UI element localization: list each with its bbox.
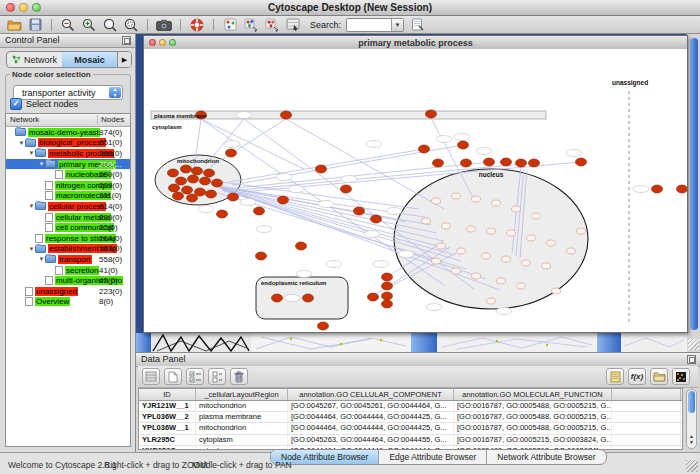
graph-node-nucleus[interactable] bbox=[432, 198, 441, 204]
advanced-search-button[interactable] bbox=[409, 17, 425, 32]
table-scrollbar[interactable]: ▲▼ bbox=[686, 389, 697, 449]
unselect-attributes-button[interactable] bbox=[208, 368, 226, 385]
tree-row[interactable]: ▼transport558(0) bbox=[6, 254, 130, 265]
graph-node[interactable] bbox=[529, 159, 540, 167]
column-header[interactable]: _cellularLayoutRegion bbox=[196, 389, 288, 400]
graph-node[interactable] bbox=[461, 159, 472, 167]
graph-node-nucleus[interactable] bbox=[457, 248, 466, 254]
tree-row[interactable]: nitrogen compo209(0) bbox=[6, 180, 130, 191]
resize-grip[interactable] bbox=[686, 460, 698, 472]
graph-node-nucleus[interactable] bbox=[497, 278, 506, 284]
graph-node[interactable] bbox=[341, 185, 352, 193]
select-attributes-button[interactable] bbox=[186, 368, 204, 385]
tree-row[interactable]: Overview8(0) bbox=[6, 297, 130, 308]
graph-node[interactable] bbox=[212, 179, 223, 187]
graph-node[interactable] bbox=[296, 242, 307, 250]
graph-node[interactable] bbox=[484, 158, 495, 166]
tab-network[interactable]: Network bbox=[7, 52, 62, 67]
new-attribute-button[interactable] bbox=[164, 368, 182, 385]
tab-edge-attribute-browser[interactable]: Edge Attribute Browser bbox=[379, 450, 487, 464]
graph-node[interactable] bbox=[419, 145, 430, 153]
scrollbar-arrows-icon[interactable]: ▲▼ bbox=[687, 433, 696, 447]
table-row[interactable]: YPL036W__1mitochondrion[GO:0044464, GO:0… bbox=[139, 423, 682, 434]
search-input[interactable]: ▼ bbox=[346, 18, 404, 32]
layout-grid-button[interactable] bbox=[285, 17, 301, 32]
disclosure-triangle-icon[interactable]: ▼ bbox=[28, 150, 35, 156]
table-row[interactable]: YPL036W__2plasma membrane[GO:0044464, GO… bbox=[139, 412, 682, 423]
graph-node[interactable] bbox=[354, 207, 365, 215]
graph-node-nucleus[interactable] bbox=[512, 206, 521, 212]
disclosure-triangle-icon[interactable]: ▼ bbox=[28, 203, 35, 209]
graph-node[interactable] bbox=[368, 293, 379, 301]
tab-network-attribute-browser[interactable]: Network Attribute Browser bbox=[487, 450, 605, 464]
graph-node[interactable] bbox=[501, 158, 512, 166]
graph-node-nucleus[interactable] bbox=[542, 263, 551, 269]
network-tree-header[interactable]: Network Nodes bbox=[6, 114, 130, 127]
graph-node[interactable] bbox=[192, 167, 203, 175]
graph-node-nucleus[interactable] bbox=[547, 240, 556, 246]
vizmapper-button[interactable] bbox=[243, 17, 259, 32]
graph-node[interactable] bbox=[382, 292, 393, 300]
graph-node[interactable] bbox=[652, 185, 663, 193]
graph-node[interactable] bbox=[281, 111, 292, 119]
graph-node[interactable] bbox=[181, 165, 192, 173]
graph-node[interactable] bbox=[200, 177, 211, 185]
graph-node[interactable] bbox=[226, 149, 237, 157]
graph-node-nucleus[interactable] bbox=[532, 213, 541, 219]
help-button[interactable] bbox=[189, 17, 205, 32]
graph-node[interactable] bbox=[228, 193, 239, 201]
import-attributes-button[interactable] bbox=[650, 368, 668, 385]
graph-node[interactable] bbox=[318, 322, 329, 330]
graph-node[interactable] bbox=[303, 294, 314, 302]
graph-node[interactable] bbox=[382, 282, 393, 290]
graph-node[interactable] bbox=[206, 190, 217, 198]
tree-row[interactable]: unassigned223(0) bbox=[6, 286, 130, 297]
tree-row[interactable]: ▼biological_process651(0) bbox=[6, 138, 130, 149]
float-panel-icon[interactable] bbox=[122, 36, 131, 45]
graph-node-nucleus[interactable] bbox=[422, 218, 431, 224]
tree-row[interactable]: ▼primary metabo209(... bbox=[6, 159, 130, 170]
zoom-out-button[interactable] bbox=[60, 17, 76, 32]
graph-node-nucleus[interactable] bbox=[502, 256, 511, 262]
column-header[interactable]: annotation.GO CELLULAR_COMPONENT bbox=[288, 389, 454, 400]
delete-attribute-button[interactable] bbox=[230, 368, 248, 385]
graph-node-nucleus[interactable] bbox=[487, 298, 496, 304]
tree-row[interactable]: response to stimulu264(0) bbox=[6, 233, 130, 244]
zoom-fit-button[interactable] bbox=[102, 17, 118, 32]
select-nodes-checkbox[interactable]: ✓ bbox=[10, 98, 22, 110]
tree-row[interactable]: macromolecule311(0) bbox=[6, 191, 130, 202]
graph-node-nucleus[interactable] bbox=[487, 228, 496, 234]
graph-node-nucleus[interactable] bbox=[567, 248, 576, 254]
graph-node[interactable] bbox=[316, 165, 327, 173]
search-dropdown-arrow-icon[interactable]: ▼ bbox=[391, 19, 403, 31]
graph-node[interactable] bbox=[433, 159, 444, 167]
tree-row[interactable]: ▼establishment of lo558(0) bbox=[6, 244, 130, 255]
select-stepper-icon[interactable]: ▲▼ bbox=[109, 87, 121, 98]
graph-node-nucleus[interactable] bbox=[472, 273, 481, 279]
filter-builder-button[interactable] bbox=[264, 17, 280, 32]
attribute-table-button[interactable] bbox=[142, 368, 160, 385]
disclosure-triangle-icon[interactable]: ▼ bbox=[18, 140, 25, 146]
graph-node-nucleus[interactable] bbox=[507, 230, 516, 236]
graph-node-nucleus[interactable] bbox=[482, 253, 491, 259]
graph-node[interactable] bbox=[254, 207, 265, 215]
graph-node[interactable] bbox=[204, 169, 215, 177]
graph-node[interactable] bbox=[382, 273, 393, 281]
disclosure-triangle-icon[interactable]: ▼ bbox=[38, 161, 45, 167]
tab-overflow-button[interactable]: ▶ bbox=[117, 52, 131, 67]
snapshot-button[interactable] bbox=[156, 17, 172, 32]
graph-node[interactable] bbox=[272, 294, 283, 302]
graph-node[interactable] bbox=[187, 194, 198, 202]
graph-node[interactable] bbox=[677, 185, 688, 193]
tree-row[interactable]: cell communicat22(0) bbox=[6, 222, 130, 233]
graph-node[interactable] bbox=[516, 159, 527, 167]
graph-node[interactable] bbox=[169, 184, 180, 192]
graph-node-nucleus[interactable] bbox=[442, 223, 451, 229]
graph-node[interactable] bbox=[458, 141, 469, 149]
tree-row[interactable]: ▼metabolic process280(0) bbox=[6, 148, 130, 159]
graph-node-nucleus[interactable] bbox=[437, 243, 446, 249]
graph-node-nucleus[interactable] bbox=[522, 260, 531, 266]
formula-builder-button[interactable]: f(x) bbox=[628, 368, 646, 385]
graph-node[interactable] bbox=[188, 175, 199, 183]
graph-node-nucleus[interactable] bbox=[552, 288, 561, 294]
